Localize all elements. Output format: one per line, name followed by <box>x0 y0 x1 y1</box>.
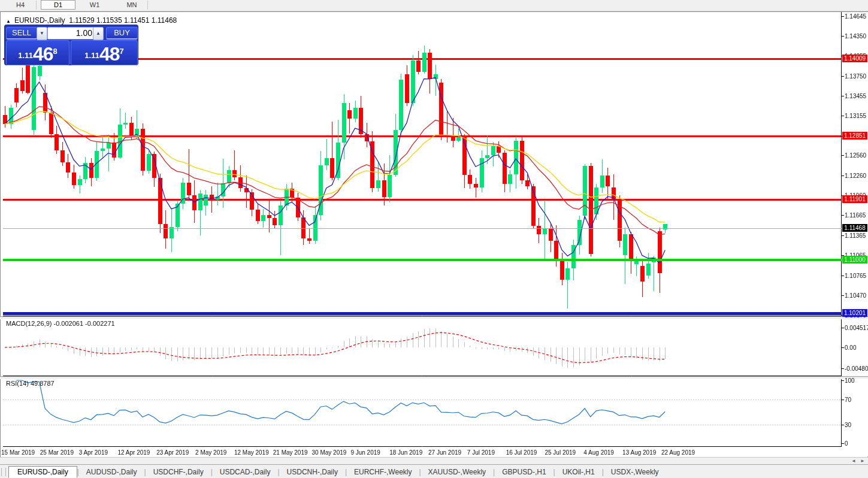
price-line-label: 1.10201 <box>842 309 867 317</box>
rsi-tick-label: 30 <box>845 422 851 428</box>
date-tick-label: 12 May 2019 <box>234 449 269 456</box>
chart-title: ▲EURUSD-,Daily 1.11529 1.11535 1.11451 1… <box>6 16 177 25</box>
price-tick-label: 1.10765 <box>845 273 866 279</box>
date-tick-label: 4 Aug 2019 <box>583 449 614 456</box>
collapse-panel-icon[interactable]: ▲ <box>6 19 11 24</box>
spin-up-icon: ▲ <box>96 31 101 36</box>
date-tick-label: 15 Mar 2019 <box>1 449 35 456</box>
current-price-line <box>3 228 842 229</box>
price-tick-label: 1.13750 <box>845 73 866 80</box>
macd-tick-label: 0.00 <box>845 344 856 351</box>
macd-tick-label: 0.004517 <box>845 325 868 331</box>
sell-price-button[interactable]: 1.11468 <box>6 40 69 65</box>
price-tick-label: 1.14645 <box>845 13 866 20</box>
rsi-label: RSI(14) 49.8787 <box>6 380 55 387</box>
price-tick-label: 1.13455 <box>845 93 866 99</box>
price-line-label: 1.12851 <box>842 132 867 140</box>
hline-blue-support[interactable] <box>3 312 842 315</box>
date-tick-label: 3 Apr 2019 <box>79 449 108 456</box>
price-tick-label: 1.11365 <box>845 232 866 239</box>
chart-tab-eurusd-daily[interactable]: EURUSD-,Daily <box>8 466 77 478</box>
timeframe-button-w1[interactable]: W1 <box>78 1 111 10</box>
date-tick-label: 9 Jun 2019 <box>350 449 380 456</box>
timeframe-toolbar: H4D1W1MN <box>0 0 868 11</box>
date-tick-label: 18 Jun 2019 <box>389 449 422 456</box>
chart-tab-usdcnh-daily[interactable]: USDCNH-,Daily <box>280 467 345 477</box>
chart-tab-eurchf-weekly[interactable]: EURCHF-,Weekly <box>347 467 419 477</box>
timeframe-button-mn[interactable]: MN <box>115 1 149 10</box>
price-tick-label: 1.12260 <box>845 173 866 179</box>
volume-increase-button[interactable]: ▲ <box>93 27 104 40</box>
rsi-tick-label: 70 <box>845 397 851 403</box>
rsi-tick-label: 100 <box>845 377 855 384</box>
rsi-tick-label: 0 <box>845 440 848 447</box>
date-tick-label: 7 Jul 2019 <box>467 449 495 456</box>
symbol-period-label: EURUSD-,Daily <box>14 16 65 25</box>
price-tick-label: 1.10470 <box>845 292 866 299</box>
price-line-label: 1.11000 <box>842 256 867 264</box>
chart-tab-usdx-weekly[interactable]: USDX-,Weekly <box>604 467 666 477</box>
date-tick-label: 22 Aug 2019 <box>661 449 695 456</box>
buy-price-button[interactable]: 1.11487 <box>71 40 138 65</box>
chart-tab-usdchf-daily[interactable]: USDCHF-,Daily <box>146 467 211 477</box>
date-tick-label: 23 Apr 2019 <box>156 449 189 456</box>
chart-tab-gbpusd-h1[interactable]: GBPUSD-,H1 <box>495 467 553 477</box>
volume-decrease-button[interactable]: ▼ <box>37 27 47 40</box>
sell-button[interactable]: SELL <box>6 27 37 40</box>
date-tick-label: 27 Jun 2019 <box>428 449 461 456</box>
chart-tab-ukoil-h1[interactable]: UKOil-,H1 <box>555 467 602 477</box>
date-tick-label: 12 Apr 2019 <box>117 449 150 456</box>
ohlc-values: 1.11529 1.11535 1.11451 1.11468 <box>69 16 177 25</box>
buy-price-pips: 48 <box>99 44 120 63</box>
date-tick-label: 25 Mar 2019 <box>40 449 74 456</box>
chart-tab-audusd-daily[interactable]: AUDUSD-,Daily <box>79 467 144 477</box>
macd-label: MACD(12,26,9) -0.002061 -0.002271 <box>6 320 115 327</box>
price-tick-label: 1.11665 <box>845 212 866 219</box>
macd-tick-label: -0.004806 <box>845 365 868 372</box>
chart-canvas[interactable] <box>0 0 868 478</box>
scroll-right-icon[interactable]: ► <box>858 458 867 464</box>
mt4-window: H4D1W1MN ▲EURUSD-,Daily 1.11529 1.11535 … <box>0 0 868 478</box>
timeframe-button-h4[interactable]: H4 <box>4 1 37 10</box>
toolbar-separator <box>36 1 37 10</box>
date-tick-label: 25 Jul 2019 <box>545 449 576 456</box>
pane-divider-macd[interactable] <box>0 316 868 319</box>
toolbar-separator <box>147 1 148 10</box>
one-click-trading-panel: SELL ▼ 1.00 ▲ BUY 1.11468 1.11487 <box>5 25 138 65</box>
price-tick-label: 1.12560 <box>845 152 866 159</box>
pane-divider-rsi[interactable] <box>0 376 868 379</box>
date-tick-label: 21 May 2019 <box>273 449 308 456</box>
date-tick-label: 13 Aug 2019 <box>622 449 656 456</box>
chart-tab-xauusd-weekly[interactable]: XAUUSD-,Weekly <box>421 467 493 477</box>
volume-input[interactable]: 1.00 <box>47 27 96 40</box>
date-tick-label: 16 Jul 2019 <box>506 449 537 456</box>
sell-price-pips: 46 <box>33 44 53 63</box>
scroll-left-icon[interactable]: ◄ <box>849 458 858 464</box>
date-tick-label: 30 May 2019 <box>312 449 347 456</box>
buy-price-point: 7 <box>119 40 123 63</box>
price-tick-label: 1.14350 <box>845 33 866 40</box>
hline-green-support[interactable] <box>3 259 842 261</box>
buy-price-figure: 1.11 <box>84 48 99 63</box>
sell-price-point: 8 <box>53 40 57 63</box>
price-tick-label: 1.13155 <box>845 113 866 119</box>
buy-button[interactable]: BUY <box>106 27 138 40</box>
timeframe-button-d1[interactable]: D1 <box>41 0 75 10</box>
spin-down-icon: ▼ <box>40 31 44 36</box>
tabbar-gripper-icon <box>1 468 6 476</box>
price-line-label: 1.14009 <box>842 55 867 62</box>
price-line-label: 1.11901 <box>842 195 867 203</box>
chart-tab-bar: EURUSD-,Daily|AUDUSD-,Daily|USDCHF-,Dail… <box>0 464 868 478</box>
price-line-label: 1.11468 <box>842 224 867 232</box>
sell-price-figure: 1.11 <box>18 48 33 63</box>
date-tick-label: 2 May 2019 <box>195 449 226 456</box>
chart-tab-usdcad-daily[interactable]: USDCAD-,Daily <box>213 467 278 477</box>
